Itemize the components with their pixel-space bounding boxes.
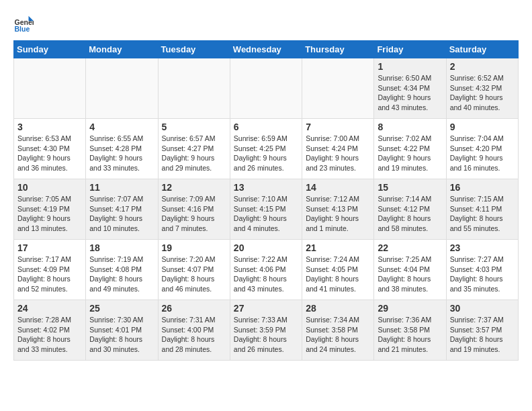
day-info: Sunrise: 7:36 AM Sunset: 3:58 PM Dayligh…	[378, 315, 442, 355]
header-row: SundayMondayTuesdayWednesdayThursdayFrid…	[14, 41, 519, 58]
day-cell: 2Sunrise: 6:52 AM Sunset: 4:32 PM Daylig…	[446, 58, 518, 119]
day-cell: 16Sunrise: 7:15 AM Sunset: 4:11 PM Dayli…	[446, 179, 518, 240]
day-info: Sunrise: 7:07 AM Sunset: 4:17 PM Dayligh…	[89, 194, 154, 234]
logo-icon: General Blue	[13, 13, 34, 34]
day-info: Sunrise: 7:15 AM Sunset: 4:11 PM Dayligh…	[450, 194, 515, 234]
day-info: Sunrise: 7:14 AM Sunset: 4:12 PM Dayligh…	[378, 194, 442, 234]
day-cell: 30Sunrise: 7:37 AM Sunset: 3:57 PM Dayli…	[446, 300, 518, 361]
day-info: Sunrise: 7:30 AM Sunset: 4:01 PM Dayligh…	[89, 315, 154, 355]
day-cell: 8Sunrise: 7:02 AM Sunset: 4:22 PM Daylig…	[374, 119, 446, 179]
day-number: 22	[378, 242, 442, 253]
day-number: 21	[306, 242, 370, 253]
day-number: 6	[234, 122, 298, 132]
day-number: 3	[17, 122, 82, 132]
day-number: 9	[450, 122, 515, 132]
day-cell: 5Sunrise: 6:57 AM Sunset: 4:27 PM Daylig…	[158, 119, 230, 179]
day-number: 23	[450, 242, 515, 253]
day-cell: 12Sunrise: 7:09 AM Sunset: 4:16 PM Dayli…	[158, 179, 230, 240]
day-cell	[230, 58, 302, 119]
logo: General Blue	[13, 13, 36, 34]
day-info: Sunrise: 7:25 AM Sunset: 4:04 PM Dayligh…	[378, 255, 442, 294]
day-number: 30	[450, 303, 515, 314]
header-cell-friday: Friday	[374, 41, 446, 58]
header-cell-thursday: Thursday	[302, 41, 374, 58]
day-info: Sunrise: 7:00 AM Sunset: 4:24 PM Dayligh…	[306, 134, 370, 173]
day-cell: 1Sunrise: 6:50 AM Sunset: 4:34 PM Daylig…	[374, 58, 446, 119]
week-row-2: 10Sunrise: 7:05 AM Sunset: 4:19 PM Dayli…	[14, 179, 519, 240]
day-info: Sunrise: 7:22 AM Sunset: 4:06 PM Dayligh…	[234, 255, 298, 294]
day-info: Sunrise: 7:27 AM Sunset: 4:03 PM Dayligh…	[450, 255, 515, 294]
day-number: 13	[234, 182, 298, 193]
day-number: 1	[378, 61, 442, 72]
day-info: Sunrise: 7:34 AM Sunset: 3:58 PM Dayligh…	[306, 315, 370, 355]
day-number: 20	[234, 242, 298, 253]
day-info: Sunrise: 7:09 AM Sunset: 4:16 PM Dayligh…	[162, 194, 226, 234]
day-number: 14	[306, 182, 370, 193]
day-cell: 7Sunrise: 7:00 AM Sunset: 4:24 PM Daylig…	[302, 119, 374, 179]
svg-text:Blue: Blue	[15, 25, 30, 33]
day-cell: 11Sunrise: 7:07 AM Sunset: 4:17 PM Dayli…	[86, 179, 158, 240]
day-cell: 14Sunrise: 7:12 AM Sunset: 4:13 PM Dayli…	[302, 179, 374, 240]
header-cell-sunday: Sunday	[14, 41, 86, 58]
header-cell-tuesday: Tuesday	[158, 41, 230, 58]
header-cell-wednesday: Wednesday	[230, 41, 302, 58]
day-number: 5	[162, 122, 226, 132]
day-info: Sunrise: 7:20 AM Sunset: 4:07 PM Dayligh…	[162, 255, 226, 294]
day-cell: 27Sunrise: 7:33 AM Sunset: 3:59 PM Dayli…	[230, 300, 302, 361]
day-info: Sunrise: 6:52 AM Sunset: 4:32 PM Dayligh…	[450, 73, 515, 113]
day-number: 25	[89, 303, 154, 314]
day-cell: 26Sunrise: 7:31 AM Sunset: 4:00 PM Dayli…	[158, 300, 230, 361]
day-info: Sunrise: 7:28 AM Sunset: 4:02 PM Dayligh…	[17, 315, 82, 355]
day-info: Sunrise: 7:02 AM Sunset: 4:22 PM Dayligh…	[378, 134, 442, 173]
day-cell: 28Sunrise: 7:34 AM Sunset: 3:58 PM Dayli…	[302, 300, 374, 361]
day-info: Sunrise: 7:37 AM Sunset: 3:57 PM Dayligh…	[450, 315, 515, 355]
day-number: 7	[306, 122, 370, 132]
day-info: Sunrise: 6:59 AM Sunset: 4:25 PM Dayligh…	[234, 134, 298, 173]
day-cell: 22Sunrise: 7:25 AM Sunset: 4:04 PM Dayli…	[374, 240, 446, 300]
day-number: 16	[450, 182, 515, 193]
day-number: 26	[162, 303, 226, 314]
day-cell: 15Sunrise: 7:14 AM Sunset: 4:12 PM Dayli…	[374, 179, 446, 240]
day-number: 4	[89, 122, 154, 132]
day-info: Sunrise: 7:33 AM Sunset: 3:59 PM Dayligh…	[234, 315, 298, 355]
day-number: 8	[378, 122, 442, 132]
day-info: Sunrise: 7:05 AM Sunset: 4:19 PM Dayligh…	[17, 194, 82, 234]
day-info: Sunrise: 7:31 AM Sunset: 4:00 PM Dayligh…	[162, 315, 226, 355]
day-info: Sunrise: 7:19 AM Sunset: 4:08 PM Dayligh…	[89, 255, 154, 294]
day-cell: 6Sunrise: 6:59 AM Sunset: 4:25 PM Daylig…	[230, 119, 302, 179]
header-cell-monday: Monday	[86, 41, 158, 58]
day-number: 29	[378, 303, 442, 314]
day-info: Sunrise: 6:57 AM Sunset: 4:27 PM Dayligh…	[162, 134, 226, 173]
day-cell	[14, 58, 86, 119]
day-cell: 3Sunrise: 6:53 AM Sunset: 4:30 PM Daylig…	[14, 119, 86, 179]
day-cell: 20Sunrise: 7:22 AM Sunset: 4:06 PM Dayli…	[230, 240, 302, 300]
day-cell: 18Sunrise: 7:19 AM Sunset: 4:08 PM Dayli…	[86, 240, 158, 300]
day-cell	[86, 58, 158, 119]
day-number: 12	[162, 182, 226, 193]
day-info: Sunrise: 7:17 AM Sunset: 4:09 PM Dayligh…	[17, 255, 82, 294]
day-info: Sunrise: 7:12 AM Sunset: 4:13 PM Dayligh…	[306, 194, 370, 234]
day-number: 10	[17, 182, 82, 193]
day-cell: 9Sunrise: 7:04 AM Sunset: 4:20 PM Daylig…	[446, 119, 518, 179]
week-row-1: 3Sunrise: 6:53 AM Sunset: 4:30 PM Daylig…	[14, 119, 519, 179]
day-number: 2	[450, 61, 515, 72]
day-number: 17	[17, 242, 82, 253]
day-cell: 25Sunrise: 7:30 AM Sunset: 4:01 PM Dayli…	[86, 300, 158, 361]
calendar-table: SundayMondayTuesdayWednesdayThursdayFrid…	[13, 40, 519, 361]
day-info: Sunrise: 6:53 AM Sunset: 4:30 PM Dayligh…	[17, 134, 82, 173]
header: General Blue	[13, 13, 519, 34]
day-number: 19	[162, 242, 226, 253]
day-info: Sunrise: 6:50 AM Sunset: 4:34 PM Dayligh…	[378, 73, 442, 113]
day-cell: 21Sunrise: 7:24 AM Sunset: 4:05 PM Dayli…	[302, 240, 374, 300]
week-row-4: 24Sunrise: 7:28 AM Sunset: 4:02 PM Dayli…	[14, 300, 519, 361]
day-number: 28	[306, 303, 370, 314]
day-cell: 13Sunrise: 7:10 AM Sunset: 4:15 PM Dayli…	[230, 179, 302, 240]
day-info: Sunrise: 7:24 AM Sunset: 4:05 PM Dayligh…	[306, 255, 370, 294]
day-cell: 10Sunrise: 7:05 AM Sunset: 4:19 PM Dayli…	[14, 179, 86, 240]
day-cell: 29Sunrise: 7:36 AM Sunset: 3:58 PM Dayli…	[374, 300, 446, 361]
day-info: Sunrise: 7:10 AM Sunset: 4:15 PM Dayligh…	[234, 194, 298, 234]
day-cell: 24Sunrise: 7:28 AM Sunset: 4:02 PM Dayli…	[14, 300, 86, 361]
day-number: 27	[234, 303, 298, 314]
day-cell	[302, 58, 374, 119]
day-number: 11	[89, 182, 154, 193]
